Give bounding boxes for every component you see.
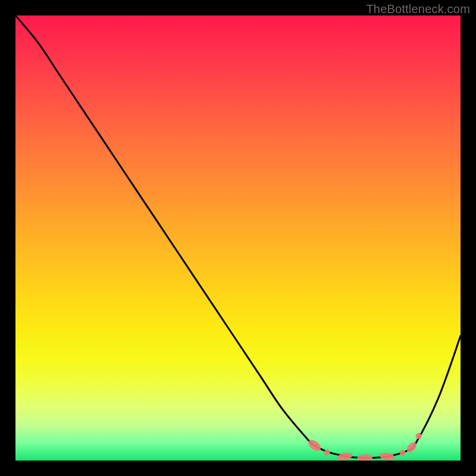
- highlight-marker: [324, 450, 330, 456]
- chart-svg: [15, 15, 461, 461]
- highlight-markers: [306, 433, 422, 461]
- highlight-marker: [400, 450, 406, 456]
- highlight-marker: [416, 433, 422, 439]
- highlight-marker: [379, 452, 395, 461]
- chart-area: [15, 15, 461, 461]
- highlight-marker: [357, 454, 373, 461]
- bottleneck-curve: [15, 15, 461, 458]
- watermark-text: TheBottleneck.com: [366, 2, 470, 16]
- highlight-marker: [337, 452, 353, 461]
